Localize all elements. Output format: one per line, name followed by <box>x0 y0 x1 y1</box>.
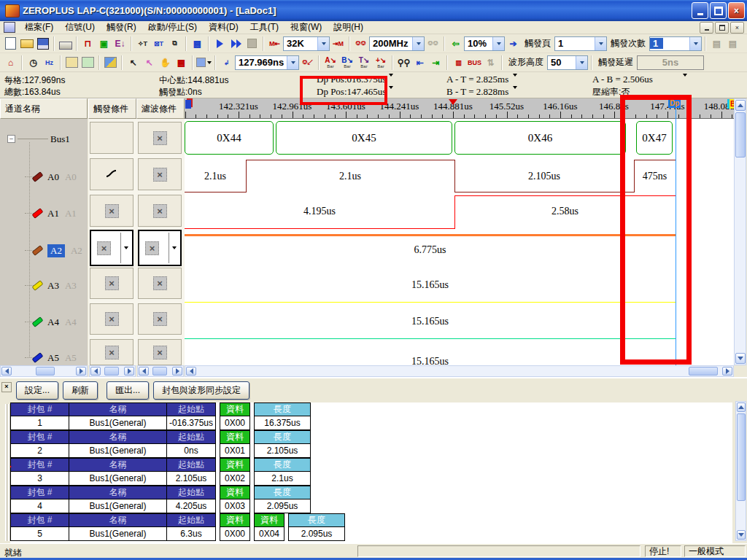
bar-chart-icon[interactable]: ▩ <box>174 55 189 70</box>
b-bar-icon[interactable]: B↘Bar <box>339 55 355 71</box>
trigger-condition-cell-0[interactable] <box>90 122 133 154</box>
zoom-fit-icon[interactable]: ⇦ <box>448 36 463 51</box>
scroll-down-button[interactable] <box>735 353 746 364</box>
scrollbar-thumb[interactable] <box>735 112 746 158</box>
menu-item-5[interactable]: 工具(T) <box>244 20 285 34</box>
save-icon[interactable] <box>35 36 50 51</box>
frequency-icon[interactable]: Hz <box>42 55 57 70</box>
waveform-window-icon[interactable] <box>64 55 80 70</box>
menu-item-3[interactable]: 啟動/停止(S) <box>142 20 203 34</box>
trigger-count-combo[interactable]: 1 <box>649 36 702 51</box>
chevron-down-icon[interactable] <box>513 77 517 87</box>
chevron-down-icon[interactable] <box>689 37 701 50</box>
trigger-condition-cell-4[interactable]: × <box>90 268 133 299</box>
filter-condition-cell-4[interactable]: × <box>138 268 182 299</box>
panel-button-0[interactable]: 設定... <box>16 381 58 400</box>
packet-list-vscrollbar[interactable] <box>735 401 746 541</box>
a-bar-icon[interactable]: A↘Bar <box>322 55 338 71</box>
mdi-minimize-button[interactable] <box>700 22 713 34</box>
chevron-down-icon[interactable] <box>513 89 517 99</box>
noise-filter-icon[interactable]: ▥ <box>451 55 466 70</box>
listing-window-icon[interactable] <box>80 55 96 70</box>
bus-segment[interactable]: 0X44 <box>185 121 274 155</box>
sample-rate-combo[interactable]: 200MHz <box>369 36 425 51</box>
bus-segment[interactable]: 0X47 <box>636 121 673 155</box>
panel-grip[interactable] <box>5 404 10 541</box>
chevron-down-icon[interactable] <box>576 56 587 69</box>
scroll-up-button[interactable] <box>737 402 746 412</box>
trigger-condition-cell-1[interactable] <box>90 158 133 190</box>
scrollbar-thumb[interactable] <box>737 413 746 501</box>
select-cursor-icon[interactable]: ↖ <box>142 55 157 70</box>
sidebar-item-a1[interactable]: A1A1 <box>32 207 77 219</box>
sample-depth-combo[interactable]: 32K <box>283 36 330 51</box>
scroll-left-button[interactable] <box>1 367 12 376</box>
menu-item-6[interactable]: 視窗(W) <box>285 20 328 34</box>
filter-condition-cell-0[interactable]: × <box>138 122 182 154</box>
square-wave-icon[interactable]: ⎊⎊ <box>353 36 368 51</box>
trigger-column-hscrollbar[interactable] <box>89 365 136 377</box>
sidebar-item-a2[interactable]: A2A2 <box>32 244 82 257</box>
channel-panel-hscrollbar[interactable] <box>0 365 88 377</box>
scroll-down-button[interactable] <box>737 530 746 540</box>
scrollbar-thumb[interactable] <box>689 367 718 376</box>
menu-item-0[interactable]: 檔案(F) <box>19 20 59 34</box>
cursor-icon[interactable]: ↖ <box>125 55 141 70</box>
collapse-icon[interactable]: − <box>7 135 15 143</box>
run-repeat-icon[interactable] <box>228 36 244 51</box>
mdi-restore-button[interactable] <box>715 22 729 34</box>
channel-name-panel[interactable]: 通道名稱 −Bus1A0A0A1A1A2A2A3A3A4A4A5A5 <box>0 98 88 365</box>
document-icon[interactable] <box>4 22 15 33</box>
menu-item-1[interactable]: 信號(U) <box>59 20 101 34</box>
chevron-down-icon[interactable] <box>595 37 606 50</box>
filter-condition-cell-6[interactable]: × <box>138 339 182 365</box>
filter-condition-cell-3[interactable]: × <box>138 230 182 266</box>
menu-item-7[interactable]: 說明(H) <box>328 20 369 34</box>
open-file-icon[interactable] <box>19 36 34 51</box>
sidebar-item-a3[interactable]: A3A3 <box>32 279 77 292</box>
scroll-right-button[interactable] <box>722 367 732 376</box>
bus-property-icon[interactable]: ⊓ <box>80 36 96 51</box>
sidebar-item-a0[interactable]: A0A0 <box>32 171 77 183</box>
home-icon[interactable]: ⌂ <box>3 55 18 70</box>
panel-button-1[interactable]: 刷新 <box>63 381 98 400</box>
t-bar-icon[interactable]: T↘Bar <box>356 55 372 71</box>
memory-page-prev-icon[interactable]: M⇤ <box>267 36 282 51</box>
chevron-down-icon[interactable] <box>683 77 687 87</box>
scroll-up-button[interactable] <box>735 100 746 111</box>
trigger-property-icon[interactable]: ⧉ <box>167 36 182 51</box>
trigger-mark-icon[interactable]: ✧T <box>135 36 150 51</box>
scroll-left-button[interactable] <box>186 367 196 376</box>
sampling-setup-icon[interactable]: ▣ <box>96 36 112 51</box>
prev-transition-icon[interactable]: ⇤ <box>412 55 427 70</box>
sidebar-item-a4[interactable]: A4A4 <box>32 316 77 328</box>
sidebar-item-a5[interactable]: A5A5 <box>32 351 77 364</box>
find-icon[interactable]: ⚲⚲ <box>396 55 411 70</box>
waveform-hscrollbar[interactable] <box>185 365 734 377</box>
packet-list[interactable]: 封包 #名稱起始點1Bus1(General)-016.375us資料0X00長… <box>10 402 732 543</box>
packet-row-4[interactable]: 封包 #名稱起始點4Bus1(General)4.205us資料0X03長度2.… <box>10 486 732 513</box>
sidebar-item-bus1[interactable]: −Bus1 <box>7 133 70 145</box>
zoom-combo[interactable]: 10% <box>464 36 505 51</box>
new-file-icon[interactable] <box>3 36 18 51</box>
trigger-condition-cell-6[interactable]: × <box>90 339 133 365</box>
packet-row-3[interactable]: 封包 #名稱起始點3Bus1(General)2.105us資料0X02長度2.… <box>10 458 732 486</box>
close-button[interactable]: × <box>728 2 745 19</box>
trigger-time-icon[interactable]: ⊠T <box>151 36 166 51</box>
packet-row-2[interactable]: 封包 #名稱起始點2Bus1(General)0ns資料0X01長度2.105u… <box>10 430 732 458</box>
scroll-right-button[interactable] <box>172 367 182 376</box>
filter-condition-column[interactable]: 濾波條件 ××××××× <box>136 98 185 365</box>
chevron-down-icon[interactable] <box>492 37 504 50</box>
chevron-down-icon[interactable] <box>317 37 329 50</box>
menu-item-4[interactable]: 資料(D) <box>203 20 244 34</box>
trigger-condition-cell-2[interactable]: × <box>90 195 133 227</box>
scroll-left-button[interactable] <box>139 367 149 376</box>
module-icon[interactable]: ▩ <box>190 36 205 51</box>
bus-segment[interactable]: 0X45 <box>276 121 452 155</box>
signal-filter-icon[interactable]: E↓ <box>112 36 128 51</box>
bus-view-icon[interactable]: BUS <box>467 55 482 70</box>
scroll-right-button[interactable] <box>124 367 134 376</box>
scrollbar-thumb[interactable] <box>152 367 167 376</box>
goto-trigger-icon[interactable]: ➔ <box>506 36 521 51</box>
filter-condition-cell-5[interactable]: × <box>138 303 182 335</box>
